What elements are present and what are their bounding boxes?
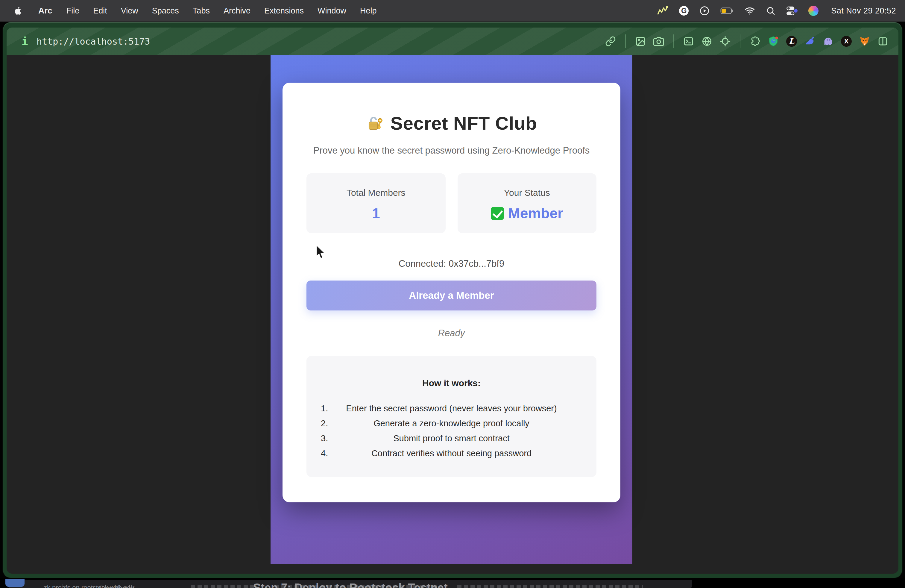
phantom-ghost-icon[interactable] <box>823 36 834 47</box>
control-center-icon[interactable] <box>786 6 797 16</box>
menu-window[interactable]: Window <box>311 6 353 16</box>
menubar-clock[interactable]: Sat Nov 29 20:52 <box>829 6 896 16</box>
step-number: 2. <box>321 416 328 431</box>
chart-activity-icon[interactable] <box>657 6 668 16</box>
step-text: Contract verifies without seeing passwor… <box>372 448 532 458</box>
menu-edit[interactable]: Edit <box>86 6 114 16</box>
mouse-cursor <box>315 245 325 259</box>
battery-icon[interactable] <box>720 6 734 15</box>
step-number: 4. <box>321 446 328 461</box>
connected-address: Connected: 0x37cb...7bf9 <box>306 258 597 269</box>
step-text: Submit proof to smart contract <box>393 434 510 443</box>
crosshair-icon[interactable] <box>720 36 730 47</box>
how-it-works-list: 1. Enter the secret password (never leav… <box>306 401 597 461</box>
extensions-puzzle-icon[interactable] <box>750 36 761 47</box>
background-doc-heading: Step 7: Deploy to Rootstock Testnet <box>253 582 448 588</box>
toolbar-divider <box>740 35 740 48</box>
background-window-strip: zk proofs on rootstock with noir Symbios… <box>0 578 905 588</box>
url-field[interactable]: http://localhost:5173 <box>37 36 150 47</box>
step-text: Generate a zero-knowledge proof locally <box>373 418 529 428</box>
rabbit-wallet-icon[interactable] <box>805 36 815 47</box>
metamask-fox-icon[interactable] <box>859 36 870 47</box>
menubar: Arc File Edit View Spaces Tabs Archive E… <box>0 0 905 22</box>
wifi-icon[interactable] <box>744 6 755 15</box>
apple-menu-icon[interactable] <box>13 5 23 17</box>
how-step: 1. Enter the secret password (never leav… <box>306 401 597 416</box>
green-check-icon <box>491 207 504 220</box>
step-text: Enter the secret password (never leaves … <box>346 404 557 413</box>
your-status-stat: Your Status Member <box>457 173 597 233</box>
menu-view[interactable]: View <box>114 6 145 16</box>
background-doc-tab[interactable]: Symbiosis <box>99 584 134 588</box>
page-subtitle: Prove you know the secret password using… <box>306 145 597 156</box>
menu-extensions[interactable]: Extensions <box>257 6 311 16</box>
background-window-blue-tab[interactable] <box>5 579 25 587</box>
stats-row: Total Members 1 Your Status Member <box>306 173 597 233</box>
page-title: Secret NFT Club <box>391 113 537 134</box>
toolbar-divider <box>625 35 626 48</box>
loom-icon[interactable]: L <box>786 36 797 47</box>
copy-link-icon[interactable] <box>605 36 616 47</box>
total-members-stat: Total Members 1 <box>306 173 446 233</box>
grammarly-icon[interactable]: G <box>679 6 689 16</box>
how-it-works-title: How it works: <box>306 356 597 388</box>
menu-spaces[interactable]: Spaces <box>145 6 186 16</box>
already-a-member-button[interactable]: Already a Member <box>306 281 597 310</box>
stat-label: Your Status <box>457 188 597 198</box>
site-info-icon[interactable]: i <box>22 35 28 48</box>
image-icon[interactable] <box>635 36 646 47</box>
camera-icon[interactable] <box>653 36 664 47</box>
status-text: Ready <box>306 328 597 338</box>
menu-archive[interactable]: Archive <box>217 6 257 16</box>
terminal-icon[interactable] <box>683 36 694 47</box>
lock-with-key-icon <box>366 114 384 133</box>
menu-help[interactable]: Help <box>353 6 384 16</box>
stat-value: 1 <box>306 205 446 222</box>
secret-nft-club-card: Secret NFT Club Prove you know the secre… <box>283 83 621 502</box>
web-content: Secret NFT Club Prove you know the secre… <box>6 55 899 574</box>
step-number: 3. <box>321 431 328 446</box>
split-view-icon[interactable] <box>878 36 888 47</box>
status-value-text: Member <box>508 205 563 222</box>
toolbar-divider <box>673 35 674 48</box>
arc-browser-window: i http://localhost:5173 <box>3 22 902 578</box>
browser-header: i http://localhost:5173 <box>6 27 899 55</box>
page-gradient-background: Secret NFT Club Prove you know the secre… <box>270 55 632 564</box>
menu-file[interactable]: File <box>60 6 86 16</box>
step-number: 1. <box>321 401 328 416</box>
browser-toolbar: L X <box>605 27 888 55</box>
globe-icon[interactable] <box>702 36 712 47</box>
stat-value: Member <box>457 205 597 222</box>
play-circle-icon[interactable] <box>699 6 710 16</box>
illegible-toolbar-text <box>191 585 254 588</box>
menubar-app-name[interactable]: Arc <box>31 6 60 16</box>
how-step: 3. Submit proof to smart contract <box>306 431 597 446</box>
search-icon[interactable] <box>766 6 775 16</box>
how-step: 2. Generate a zero-knowledge proof local… <box>306 416 597 431</box>
illegible-toolbar-text <box>457 585 643 588</box>
page-title-row: Secret NFT Club <box>306 113 597 134</box>
how-it-works-box: How it works: 1. Enter the secret passwo… <box>306 356 597 477</box>
siri-icon[interactable] <box>808 6 819 16</box>
background-divider <box>62 585 62 588</box>
stat-label: Total Members <box>306 188 446 198</box>
x-wallet-icon[interactable]: X <box>841 36 852 47</box>
menu-tabs[interactable]: Tabs <box>186 6 217 16</box>
privacy-shield-icon[interactable] <box>768 36 779 47</box>
how-step: 4. Contract verifies without seeing pass… <box>306 446 597 461</box>
desktop: Arc File Edit View Spaces Tabs Archive E… <box>0 0 905 588</box>
